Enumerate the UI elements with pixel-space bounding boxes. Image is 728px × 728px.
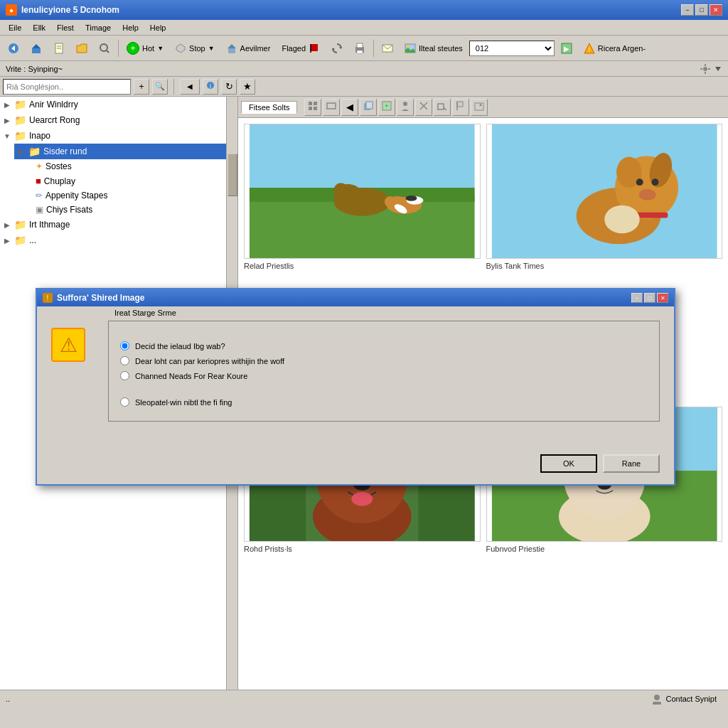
cancel-button[interactable]: Rane <box>603 454 660 473</box>
dialog-icon: ! <box>43 293 53 303</box>
dialog-title-bar: ! Suffora' Shired Image − □ ✕ <box>37 289 674 306</box>
radio-input-3[interactable] <box>120 371 129 380</box>
svg-text:!: ! <box>47 294 49 302</box>
radio-option-1[interactable]: Decid the ielaud Ibg wab? <box>120 341 648 350</box>
dialog-group-legend: Ireat Starge Srme <box>114 309 176 317</box>
gap <box>120 386 648 392</box>
main-window: ● Ienulicyione 5 Dcnohom − □ ✕ Eile Ellk… <box>0 0 728 728</box>
radio-input-1[interactable] <box>120 341 129 350</box>
radio-input-4[interactable] <box>120 397 129 407</box>
dialog-maximize-btn[interactable]: □ <box>644 293 655 303</box>
radio-label-4: Sleopatel·win nibtl the fi fing <box>135 398 232 407</box>
dialog-minimize-btn[interactable]: − <box>631 293 643 303</box>
dialog-icon-area: ⚠ <box>51 321 94 434</box>
dialog-title: Suffora' Shired Image <box>57 293 145 303</box>
radio-option-2[interactable]: Dear loht can par keriopres withijin the… <box>120 356 648 365</box>
dialog-group: Ireat Starge Srme Decid the ielaud Ibg w… <box>108 321 660 422</box>
radio-label-1: Decid the ielaud Ibg wab? <box>135 342 225 350</box>
dialog-window: ! Suffora' Shired Image − □ ✕ ⚠ Ireat St… <box>36 288 675 486</box>
dialog-content: ⚠ Ireat Starge Srme Decid the ielaud Ibg… <box>37 306 674 449</box>
dialog-main: Ireat Starge Srme Decid the ielaud Ibg w… <box>108 321 660 434</box>
dialog-title-left: ! Suffora' Shired Image <box>43 293 145 303</box>
radio-input-2[interactable] <box>120 356 129 365</box>
radio-label-2: Dear loht can par keriopres withijin the… <box>135 357 284 365</box>
dialog-footer: OK Rane <box>37 449 674 484</box>
radio-option-4[interactable]: Sleopatel·win nibtl the fi fing <box>120 397 648 407</box>
radio-option-3[interactable]: Channed Neads For Rear Koure <box>120 371 648 380</box>
dialog-controls: − □ ✕ <box>631 293 668 303</box>
ok-button[interactable]: OK <box>540 454 597 473</box>
dialog-group-spacer <box>120 330 648 336</box>
dialog-close-btn[interactable]: ✕ <box>657 293 668 303</box>
radio-label-3: Channed Neads For Rear Koure <box>135 372 247 380</box>
warning-icon: ⚠ <box>51 328 85 362</box>
